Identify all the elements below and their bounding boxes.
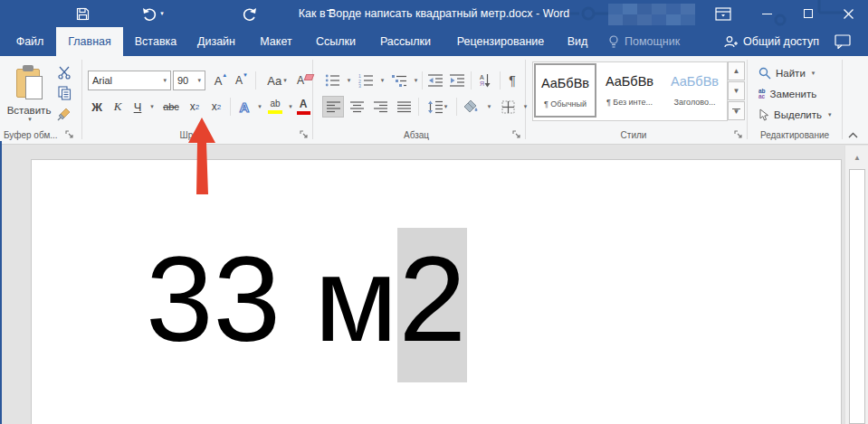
italic-button[interactable]: К [109, 96, 127, 118]
select-button[interactable]: Выделить▾ [758, 107, 832, 123]
ribbon-display-options-button[interactable] [708, 0, 739, 27]
style-no-spacing[interactable]: АаБбВв ¶ Без инте... [598, 63, 661, 118]
word-window: ▾ ⌄ Как в Ворде написать квадратный метр… [0, 0, 868, 424]
paragraph-dialog-launcher[interactable] [512, 130, 523, 141]
sort-button[interactable]: А Я [474, 71, 496, 90]
paragraph-group-label: Абзац [312, 130, 520, 140]
borders-button[interactable] [496, 96, 520, 118]
replace-label: Заменить [770, 89, 817, 99]
vertical-scrollbar[interactable]: ▲ [844, 146, 868, 424]
document-text-run: 33 м [146, 231, 397, 366]
bullets-dropdown[interactable]: ▾ [343, 71, 353, 90]
tab-references[interactable]: Ссылки [310, 27, 362, 56]
styles-scroll-down[interactable]: ▼ [728, 81, 745, 100]
line-spacing-button[interactable]: ▾ [422, 96, 453, 118]
borders-dropdown[interactable]: ▾ [520, 96, 529, 118]
change-case-button[interactable]: Aa▾ [261, 71, 293, 90]
shading-bucket-icon [463, 99, 480, 114]
subscript-button[interactable]: x2 [185, 96, 205, 118]
justify-button[interactable] [393, 96, 415, 118]
style-heading1[interactable]: АаБбВв Заголово... [663, 63, 727, 118]
lightbulb-icon [608, 35, 619, 49]
sort-arrow [484, 74, 491, 88]
style-normal[interactable]: АаБбВв ¶ Обычный [534, 63, 596, 118]
font-color-button[interactable]: А [294, 96, 312, 118]
highlight-color-button[interactable]: ab [264, 96, 286, 118]
show-formatting-marks-button[interactable]: ¶ [503, 71, 521, 90]
share-person-icon [724, 35, 738, 49]
svg-text:3: 3 [358, 83, 361, 88]
replace-button[interactable]: abac Заменить [758, 86, 816, 102]
line-spacing-icon [427, 100, 443, 114]
comments-button[interactable] [835, 27, 851, 56]
shading-dropdown[interactable]: ▾ [483, 96, 493, 118]
styles-scroll-up[interactable]: ▲ [728, 61, 745, 80]
font-color-bar [297, 111, 310, 115]
scroll-up-button[interactable]: ▲ [849, 150, 865, 165]
tab-layout[interactable]: Макет [253, 27, 299, 56]
decrease-indent-button[interactable] [425, 71, 446, 90]
justify-icon [397, 101, 411, 113]
bold-button[interactable]: Ж [87, 96, 107, 118]
styles-dialog-launcher[interactable] [734, 130, 745, 141]
grow-font-button[interactable]: A▲ [211, 71, 231, 90]
cut-button[interactable] [54, 63, 74, 81]
paste-clipboard-icon [4, 60, 54, 103]
styles-more-button[interactable]: ▼ [728, 101, 745, 120]
bullets-button[interactable] [321, 71, 343, 90]
font-name-combo[interactable]: Arial▾ [88, 71, 171, 90]
window-left-border [0, 141, 2, 424]
underline-button[interactable]: Ч [129, 96, 147, 118]
align-left-icon [327, 101, 340, 113]
multilevel-list-icon [392, 73, 407, 88]
cut-scissors-icon [57, 66, 72, 80]
document-area: 33 м2 [0, 146, 868, 424]
numbering-button[interactable]: 123 [355, 71, 377, 90]
font-size-value: 90 [177, 75, 188, 86]
copy-button[interactable] [54, 84, 74, 102]
document-page[interactable]: 33 м2 [31, 159, 842, 424]
align-left-button[interactable] [322, 96, 344, 118]
find-label: Найти [776, 68, 806, 79]
scrollbar-thumb[interactable] [849, 169, 865, 424]
close-button[interactable] [833, 0, 863, 27]
minimize-button[interactable] [751, 0, 782, 27]
clear-formatting-button[interactable]: A [295, 71, 315, 90]
shrink-font-button[interactable]: A▼ [232, 71, 252, 90]
share-button[interactable]: Общий доступ [724, 27, 819, 56]
format-painter-button[interactable] [54, 105, 74, 123]
superscript-button[interactable]: x2 [206, 96, 226, 118]
collapse-ribbon-icon [848, 132, 858, 138]
tab-review[interactable]: Рецензирование [449, 27, 552, 56]
tab-file[interactable]: Файл [7, 27, 52, 56]
paste-label: Вставить [7, 105, 52, 116]
multilevel-list-button[interactable] [388, 71, 410, 90]
tab-home[interactable]: Главная [56, 27, 123, 56]
maximize-button[interactable] [793, 0, 824, 27]
font-dialog-launcher[interactable] [300, 130, 310, 141]
text-effects-button[interactable]: А [234, 96, 255, 118]
collapse-ribbon-button[interactable] [844, 127, 862, 143]
multilevel-dropdown[interactable]: ▾ [410, 71, 420, 90]
assistant-button[interactable]: Помощник [608, 27, 680, 56]
tab-mailings[interactable]: Рассылки [373, 27, 438, 56]
increase-indent-button[interactable] [447, 71, 468, 90]
document-text[interactable]: 33 м2 [146, 239, 467, 360]
align-right-button[interactable] [369, 96, 391, 118]
text-effects-dropdown[interactable]: ▾ [253, 96, 264, 118]
font-size-combo[interactable]: 90▾ [173, 71, 205, 90]
numbering-dropdown[interactable]: ▾ [377, 71, 386, 90]
clipboard-dialog-launcher[interactable] [65, 130, 76, 141]
tab-insert[interactable]: Вставка [127, 27, 185, 56]
tab-view[interactable]: Вид [559, 27, 596, 56]
strikethrough-button[interactable]: abc [159, 96, 183, 118]
underline-dropdown[interactable]: ▾ [146, 96, 157, 118]
bullets-icon [325, 73, 340, 88]
clipboard-group-label: Буфер обм... [4, 130, 58, 140]
find-button[interactable]: Найти▾ [758, 65, 815, 81]
align-center-icon [350, 101, 364, 113]
align-center-button[interactable] [346, 96, 367, 118]
tab-design[interactable]: Дизайн [190, 27, 243, 56]
shading-button[interactable] [460, 96, 483, 118]
paste-button[interactable]: Вставить ▾ [4, 60, 54, 128]
